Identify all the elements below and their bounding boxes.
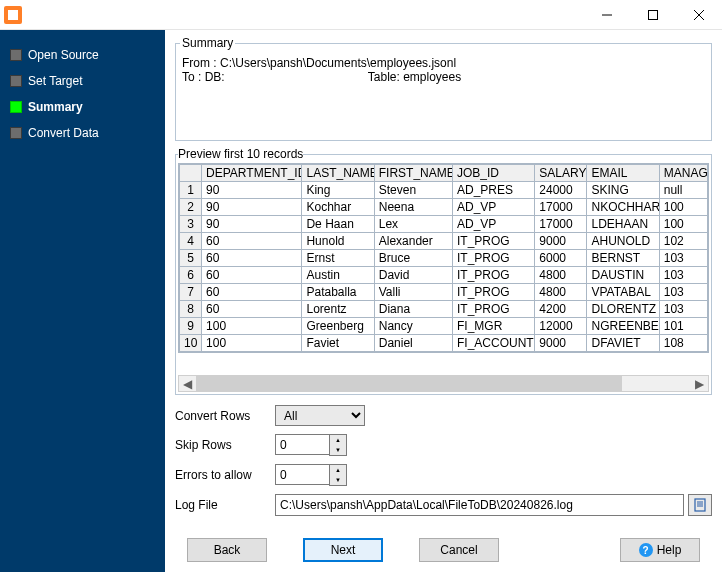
table-cell: FI_ACCOUNT (453, 335, 535, 352)
step-box-icon (10, 49, 22, 61)
logfile-label: Log File (175, 498, 275, 512)
spin-down-icon[interactable]: ▼ (330, 445, 346, 455)
table-cell: Bruce (374, 250, 452, 267)
table-cell: Steven (374, 182, 452, 199)
table-cell: Ernst (302, 250, 374, 267)
row-number-cell: 10 (180, 335, 202, 352)
wizard-step-open-source[interactable]: Open Source (6, 42, 159, 68)
column-header[interactable]: LAST_NAME (302, 165, 374, 182)
row-number-cell: 1 (180, 182, 202, 199)
column-header[interactable]: EMAIL (587, 165, 659, 182)
errors-label: Errors to allow (175, 468, 275, 482)
table-cell: Nancy (374, 318, 452, 335)
help-button[interactable]: ? Help (620, 538, 700, 562)
horizontal-scrollbar[interactable]: ◀ ▶ (178, 375, 709, 392)
table-cell: 60 (202, 250, 302, 267)
table-cell: AHUNOLD (587, 233, 659, 250)
table-row[interactable]: 190KingStevenAD_PRES24000SKINGnull (180, 182, 708, 199)
table-cell: 100 (202, 318, 302, 335)
minimize-button[interactable] (584, 0, 630, 30)
errors-spinner[interactable]: ▲▼ (275, 464, 347, 486)
spin-up-icon[interactable]: ▲ (330, 465, 346, 475)
table-cell: 24000 (535, 182, 587, 199)
step-box-icon (10, 75, 22, 87)
summary-legend: Summary (180, 36, 235, 50)
convert-rows-select[interactable]: All (275, 405, 365, 426)
table-cell: IT_PROG (453, 284, 535, 301)
table-cell: 102 (659, 233, 707, 250)
table-cell: 100 (659, 216, 707, 233)
table-row[interactable]: 860LorentzDianaIT_PROG4200DLORENTZ103 (180, 301, 708, 318)
back-button[interactable]: Back (187, 538, 267, 562)
preview-legend: Preview first 10 records (178, 147, 303, 161)
table-cell: Alexander (374, 233, 452, 250)
table-row[interactable]: 760PataballaValliIT_PROG4800VPATABAL103 (180, 284, 708, 301)
scroll-left-icon[interactable]: ◀ (179, 376, 196, 391)
table-cell: 60 (202, 267, 302, 284)
spin-down-icon[interactable]: ▼ (330, 475, 346, 485)
table-cell: 90 (202, 199, 302, 216)
wizard-step-set-target[interactable]: Set Target (6, 68, 159, 94)
table-cell: 100 (202, 335, 302, 352)
table-cell: 17000 (535, 216, 587, 233)
skip-rows-spinner[interactable]: ▲▼ (275, 434, 347, 456)
file-icon (693, 498, 707, 512)
step-label: Summary (28, 100, 83, 114)
scroll-right-icon[interactable]: ▶ (691, 376, 708, 391)
cancel-button[interactable]: Cancel (419, 538, 499, 562)
column-header[interactable]: JOB_ID (453, 165, 535, 182)
close-button[interactable] (676, 0, 722, 30)
table-row[interactable]: 460HunoldAlexanderIT_PROG9000AHUNOLD102 (180, 233, 708, 250)
step-label: Open Source (28, 48, 99, 62)
spin-up-icon[interactable]: ▲ (330, 435, 346, 445)
table-cell: 103 (659, 250, 707, 267)
errors-input[interactable] (275, 464, 329, 485)
step-label: Convert Data (28, 126, 99, 140)
column-header[interactable]: FIRST_NAME (374, 165, 452, 182)
logfile-input[interactable] (275, 494, 684, 516)
wizard-step-convert-data[interactable]: Convert Data (6, 120, 159, 146)
table-cell: NGREENBE (587, 318, 659, 335)
table-cell: Faviet (302, 335, 374, 352)
table-cell: DFAVIET (587, 335, 659, 352)
table-row[interactable]: 390De HaanLexAD_VP17000LDEHAAN100 (180, 216, 708, 233)
help-icon: ? (639, 543, 653, 557)
column-header[interactable]: DEPARTMENT_ID (202, 165, 302, 182)
browse-logfile-button[interactable] (688, 494, 712, 516)
table-cell: 103 (659, 267, 707, 284)
table-cell: FI_MGR (453, 318, 535, 335)
maximize-button[interactable] (630, 0, 676, 30)
table-row[interactable]: 660AustinDavidIT_PROG4800DAUSTIN103 (180, 267, 708, 284)
table-cell: LDEHAAN (587, 216, 659, 233)
table-row[interactable]: 9100GreenbergNancyFI_MGR12000NGREENBE101 (180, 318, 708, 335)
table-row[interactable]: 290KochharNeenaAD_VP17000NKOCHHAR100 (180, 199, 708, 216)
row-number-cell: 5 (180, 250, 202, 267)
table-cell: VPATABAL (587, 284, 659, 301)
table-cell: Austin (302, 267, 374, 284)
svg-rect-4 (695, 499, 705, 511)
titlebar (0, 0, 722, 30)
skip-rows-input[interactable] (275, 434, 329, 455)
table-cell: 9000 (535, 335, 587, 352)
table-cell: King (302, 182, 374, 199)
step-label: Set Target (28, 74, 82, 88)
table-cell: Lex (374, 216, 452, 233)
table-cell: 90 (202, 182, 302, 199)
table-cell: 12000 (535, 318, 587, 335)
table-row[interactable]: 10100FavietDanielFI_ACCOUNT9000DFAVIET10… (180, 335, 708, 352)
row-number-cell: 8 (180, 301, 202, 318)
table-cell: 60 (202, 301, 302, 318)
column-header[interactable]: SALARY (535, 165, 587, 182)
row-number-cell: 3 (180, 216, 202, 233)
table-cell: Pataballa (302, 284, 374, 301)
table-cell: SKING (587, 182, 659, 199)
row-number-header[interactable] (180, 165, 202, 182)
table-cell: Valli (374, 284, 452, 301)
app-icon (4, 6, 22, 24)
next-button[interactable]: Next (303, 538, 383, 562)
wizard-step-summary[interactable]: Summary (6, 94, 159, 120)
table-cell: 4200 (535, 301, 587, 318)
table-cell: 4800 (535, 267, 587, 284)
column-header[interactable]: MANAG (659, 165, 707, 182)
table-row[interactable]: 560ErnstBruceIT_PROG6000BERNST103 (180, 250, 708, 267)
